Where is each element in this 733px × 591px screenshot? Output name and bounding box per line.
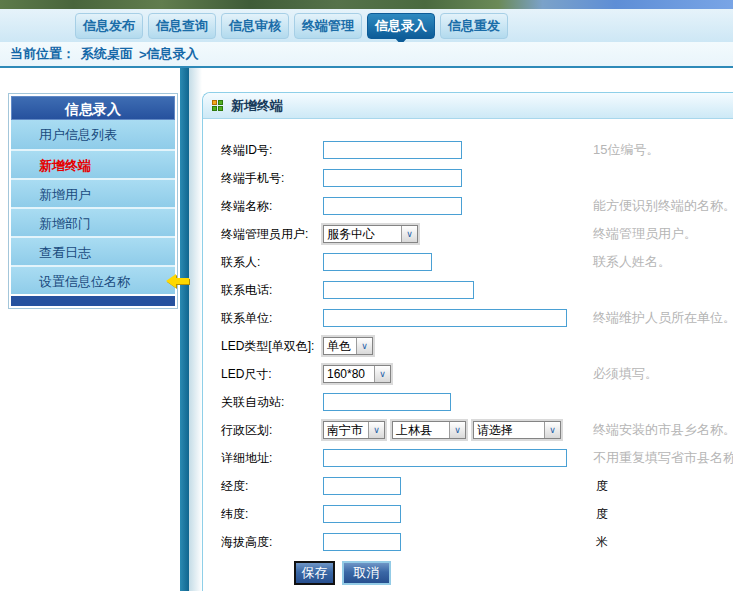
field-control (323, 141, 593, 159)
field-control (323, 197, 593, 215)
field-label: 终端管理员用户: (221, 226, 323, 243)
save-button[interactable]: 保存 (294, 561, 335, 585)
sidebar-item-6[interactable]: 设置信息位名称 (11, 265, 175, 294)
field-hint: 15位编号。 (593, 141, 659, 159)
field-input[interactable] (323, 281, 474, 299)
sidebar-item-4[interactable]: 新增部门 (11, 207, 175, 236)
select-value: 160*80 (324, 366, 374, 382)
field-hint: 终端维护人员所在单位。 (593, 309, 733, 327)
chevron-down-icon[interactable]: ∨ (368, 422, 384, 438)
field-input[interactable] (323, 505, 401, 523)
field-control: 单色∨ (323, 337, 593, 355)
field-input[interactable] (323, 477, 401, 495)
form-row: 详细地址:不用重复填写省市县名称。 (203, 444, 733, 472)
field-select[interactable]: 南宁市∨ (323, 421, 385, 439)
arrow-tail (175, 278, 189, 284)
field-label: 详细地址: (221, 450, 323, 467)
tab-3[interactable]: 信息审核 (221, 13, 289, 39)
field-input[interactable] (323, 449, 567, 467)
grid-squares-icon (212, 100, 224, 112)
tab-2[interactable]: 信息查询 (148, 13, 216, 39)
form-row: 经度:度 (203, 472, 733, 500)
top-tab-bar: 信息发布信息查询信息审核终端管理信息录入信息重发 (0, 9, 733, 42)
field-hint: 必须填写。 (593, 365, 658, 383)
field-label: LED尺寸: (221, 366, 323, 383)
collapse-arrow-icon (166, 274, 190, 288)
field-hint: 终端安装的市县乡名称。 (593, 421, 733, 439)
sidebar: 信息录入 用户信息列表新增终端新增用户新增部门查看日志设置信息位名称 (8, 93, 178, 309)
select-value: 单色 (324, 338, 356, 354)
field-label: 终端ID号: (221, 142, 323, 159)
field-label: 行政区划: (221, 422, 323, 439)
field-input[interactable] (323, 253, 432, 271)
form-row: 关联自动站: (203, 388, 733, 416)
field-control (323, 393, 593, 411)
sidebar-item-5[interactable]: 查看日志 (11, 236, 175, 265)
chevron-down-icon[interactable]: ∨ (449, 422, 465, 438)
field-label: 联系单位: (221, 310, 323, 327)
sidebar-item-3[interactable]: 新增用户 (11, 178, 175, 207)
form-row: 终端ID号:15位编号。 (203, 136, 733, 164)
tab-1[interactable]: 信息发布 (75, 13, 143, 39)
field-select[interactable]: 服务中心∨ (323, 225, 418, 243)
field-input[interactable] (323, 169, 462, 187)
field-select[interactable]: 上林县∨ (392, 421, 466, 439)
field-unit: 米 (596, 534, 608, 551)
breadcrumb: 当前位置： 系统桌面 > 信息录入 (0, 42, 733, 68)
field-label: 终端手机号: (221, 170, 323, 187)
select-value: 服务中心 (324, 226, 401, 242)
field-input[interactable] (323, 533, 401, 551)
field-hint: 联系人姓名。 (593, 253, 671, 271)
field-select[interactable]: 单色∨ (323, 337, 373, 355)
field-hint: 不用重复填写省市县名称。 (593, 449, 733, 467)
tab-5[interactable]: 信息录入 (367, 13, 435, 39)
field-label: LED类型[单双色]: (221, 338, 323, 355)
form-row: 终端管理员用户:服务中心∨终端管理员用户。 (203, 220, 733, 248)
form-buttons: 保存取消 (203, 561, 733, 585)
field-control (323, 477, 593, 495)
field-control: 南宁市∨上林县∨请选择∨ (323, 421, 593, 439)
form-row: 终端名称:能方便识别终端的名称。 (203, 192, 733, 220)
chevron-down-icon[interactable]: ∨ (374, 366, 390, 382)
breadcrumb-current: 信息录入 (147, 45, 199, 63)
panel-title: 新增终端 (231, 97, 283, 115)
tab-4[interactable]: 终端管理 (294, 13, 362, 39)
tab-6[interactable]: 信息重发 (440, 13, 508, 39)
cancel-button[interactable]: 取消 (342, 561, 391, 585)
field-input[interactable] (323, 393, 451, 411)
form-row: 海拔高度:米 (203, 528, 733, 556)
form-row: 终端手机号: (203, 164, 733, 192)
field-select[interactable]: 请选择∨ (473, 421, 561, 439)
form-row: LED类型[单双色]:单色∨ (203, 332, 733, 360)
sidebar-item-2[interactable]: 新增终端 (11, 149, 175, 178)
field-label: 关联自动站: (221, 394, 323, 411)
form-row: 联系人:联系人姓名。 (203, 248, 733, 276)
sidebar-footer-bar (11, 296, 175, 306)
field-control (323, 505, 593, 523)
field-control: 160*80∨ (323, 365, 593, 383)
field-input[interactable] (323, 141, 462, 159)
chevron-down-icon[interactable]: ∨ (544, 422, 560, 438)
main-panel: 新增终端 终端ID号:15位编号。终端手机号:终端名称:能方便识别终端的名称。终… (202, 92, 733, 591)
select-value: 上林县 (393, 422, 449, 438)
breadcrumb-root-link[interactable]: 系统桌面 (81, 45, 133, 63)
field-select[interactable]: 160*80∨ (323, 365, 391, 383)
field-input[interactable] (323, 309, 567, 327)
field-control (323, 253, 593, 271)
field-label: 经度: (221, 478, 323, 495)
header-photo-banner (0, 0, 733, 9)
field-control (323, 309, 593, 327)
panel-header: 新增终端 (203, 93, 733, 119)
field-hint: 能方便识别终端的名称。 (593, 197, 733, 215)
form-row: 联系单位:终端维护人员所在单位。 (203, 304, 733, 332)
field-control: 服务中心∨ (323, 225, 593, 243)
select-value: 南宁市 (324, 422, 368, 438)
field-label: 海拔高度: (221, 534, 323, 551)
chevron-down-icon[interactable]: ∨ (401, 226, 417, 242)
form-row: 行政区划:南宁市∨上林县∨请选择∨终端安装的市县乡名称。 (203, 416, 733, 444)
sidebar-title: 信息录入 (11, 96, 175, 120)
sidebar-item-1[interactable]: 用户信息列表 (11, 120, 175, 149)
chevron-down-icon[interactable]: ∨ (356, 338, 372, 354)
field-input[interactable] (323, 197, 462, 215)
field-label: 联系电话: (221, 282, 323, 299)
